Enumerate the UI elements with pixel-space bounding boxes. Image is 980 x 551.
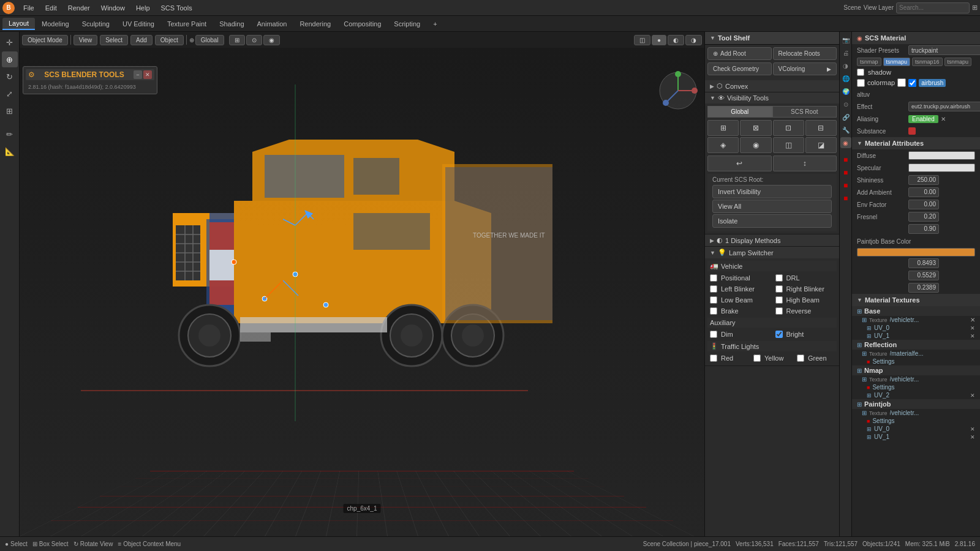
airbrush-checkbox[interactable] [908,79,916,87]
shininess-value[interactable]: 250.00 [908,175,939,185]
reverse-checkbox[interactable] [775,307,783,315]
nmap-uv2-label[interactable]: UV_2 [874,392,889,399]
relocate-btn[interactable]: Relocate Roots [773,47,837,60]
paintjob-b-value[interactable]: 0.2389 [908,283,939,293]
bright-checkbox[interactable] [775,331,783,338]
reflection-tex-header[interactable]: ⊞ Reflection [852,340,980,350]
traffic-lights-header[interactable]: 🚦 Traffic Lights [707,341,837,351]
paintjob-settings-label[interactable]: Settings [872,418,894,424]
paintjob-uv0-label[interactable]: UV_0 [874,425,889,432]
search-input[interactable] [896,2,970,13]
props-object-icon[interactable]: ⊙ [840,99,851,110]
vehicle-subsection-header[interactable]: 🚛 Vehicle [707,261,837,271]
tool-scale[interactable]: ⤢ [2,86,18,102]
props-extra-2[interactable]: ■ [840,167,851,178]
material-attributes-header[interactable]: ▼ Material Attributes [852,137,980,149]
snap-btn[interactable]: ⊞ [229,35,245,45]
pj-uv0-close[interactable]: ✕ [970,426,975,432]
convex-header[interactable]: ▶ ⬡ Convex [705,80,839,92]
menu-edit[interactable]: Edit [40,3,62,13]
tab-sculpting[interactable]: Sculpting [76,18,116,29]
base-uv1-close[interactable]: ✕ [970,333,975,339]
props-view-layer-icon[interactable]: ◑ [840,60,851,71]
tool-transform[interactable]: ⊞ [2,103,18,119]
paintjob-tex-header[interactable]: ⊞ Paintjob [852,399,980,409]
minimize-btn[interactable]: − [134,70,142,79]
base-tex-close[interactable]: ✕ [970,317,975,323]
nav-gizmo[interactable]: Y X Z [657,69,699,112]
vis-btn-6[interactable]: ◉ [740,137,771,153]
invert-visibility-btn[interactable]: Invert Visibility [712,185,832,198]
reflection-settings-label[interactable]: Settings [872,358,894,365]
effect-input[interactable] [908,102,980,111]
props-extra-4[interactable]: ■ [840,193,851,204]
object-mode-btn[interactable]: Object Mode [22,35,68,45]
viewport-shading-solid[interactable]: ● [652,35,666,45]
base-uv0-label[interactable]: UV_0 [874,324,889,331]
auxiliary-header[interactable]: Auxiliary [707,318,837,328]
aliasing-x[interactable]: ✕ [941,116,946,122]
viewport-canvas[interactable]: User Perspective (1) Scene Collection | … [20,48,704,536]
low-beam-checkbox[interactable] [710,296,717,304]
vis-btn-2[interactable]: ⊠ [740,120,771,136]
viewport[interactable]: Object Mode View Select Add Object ⊕ Glo… [20,32,704,536]
menu-file[interactable]: File [18,3,39,13]
props-extra-1[interactable]: ■ [840,154,851,165]
tsnmapu2-badge[interactable]: tsnmapu [944,58,972,66]
material-textures-header[interactable]: ▼ Material Textures [852,294,980,306]
vis-btn-4[interactable]: ⊟ [805,120,837,136]
vis-btn-1[interactable]: ⊞ [707,120,739,136]
overlay-btn[interactable]: ◉ [263,35,280,45]
tab-uv-editing[interactable]: UV Editing [116,18,160,29]
env-factor-value[interactable]: 0.00 [908,200,939,209]
vcoloring-btn[interactable]: VColoring ▶ [773,62,837,75]
paintjob-texture-path[interactable]: /vehicletr... [890,410,975,416]
scs-root-tab[interactable]: SCS Root [772,106,837,118]
tab-texture-paint[interactable]: Texture Paint [161,18,213,29]
props-material-icon[interactable]: ◉ [840,137,851,148]
viewport-shading-wire[interactable]: ◫ [634,35,650,45]
tab-compositing[interactable]: Compositing [337,18,387,29]
right-blinker-checkbox[interactable] [775,285,783,293]
tsnmapu-badge[interactable]: tsnmapu [883,58,911,66]
vis-btn-9[interactable]: ↩ [707,156,772,171]
viewport-shading-render[interactable]: ◑ [685,35,702,45]
tab-modeling[interactable]: Modeling [36,18,75,29]
fresnel-value1[interactable]: 0.20 [908,212,939,222]
tool-cursor[interactable]: ✛ [2,34,18,50]
select-btn[interactable]: Select [100,35,128,45]
props-constraints-icon[interactable]: 🔗 [840,111,851,122]
paintjob-color-swatch[interactable] [857,248,975,257]
base-uv0-close[interactable]: ✕ [970,325,975,331]
green-checkbox[interactable] [797,354,804,362]
dim-checkbox[interactable] [710,331,717,338]
colormap-swatch[interactable] [897,78,906,87]
global-tab[interactable]: Global [707,106,772,118]
props-modifiers-icon[interactable]: 🔧 [840,124,851,135]
add-root-btn[interactable]: ⊕ Add Root [707,47,772,60]
global-btn[interactable]: Global [195,35,224,45]
base-tex-header[interactable]: ⊞ Base [852,306,980,316]
menu-window[interactable]: Window [96,3,130,13]
isolate-btn[interactable]: Isolate [712,214,832,228]
tool-move[interactable]: ⊕ [2,51,18,67]
tab-rendering[interactable]: Rendering [293,18,337,29]
high-beam-checkbox[interactable] [775,296,783,304]
close-btn[interactable]: ✕ [143,70,152,79]
shader-presets-input[interactable] [908,45,980,55]
paintjob-r-value[interactable]: 0.8493 [908,258,939,268]
props-extra-3[interactable]: ■ [840,180,851,191]
vis-btn-3[interactable]: ⊡ [773,120,804,136]
tsnmap16-badge[interactable]: tsnmap16 [912,58,943,66]
nmap-settings-label[interactable]: Settings [872,384,894,391]
base-uv1-label[interactable]: UV_1 [874,332,889,339]
proportional-btn[interactable]: ⊙ [246,35,262,45]
view-all-btn[interactable]: View All [712,200,832,213]
nmap-tex-header[interactable]: ⊞ Nmap [852,365,980,375]
aliasing-value[interactable]: Enabled [908,115,938,123]
menu-render[interactable]: Render [63,3,95,13]
vis-btn-5[interactable]: ◈ [707,137,739,153]
base-texture-path[interactable]: /vehicletr... [890,317,968,323]
nmap-uv2-close[interactable]: ✕ [970,392,975,399]
scs-tools-title-bar[interactable]: ⚙ SCS BLENDER TOOLS − ✕ [26,69,154,80]
